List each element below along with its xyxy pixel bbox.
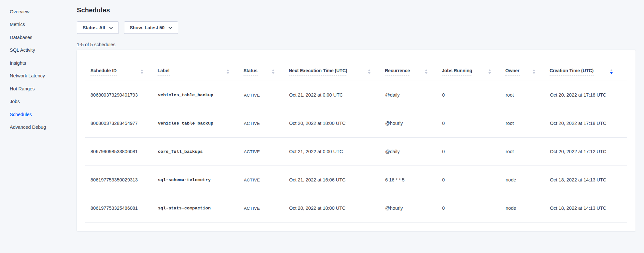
cell-id: 806800373290401793 — [85, 81, 158, 109]
table-row: 806799098533806081core_full_backupsACTIV… — [85, 138, 627, 166]
column-header-next-execution-time-utc[interactable]: Next Execution Time (UTC) — [289, 50, 385, 81]
table-row: 806800373290401793vehicles_table_backupA… — [85, 81, 627, 109]
filter-bar: Status: All Show: Latest 50 — [77, 21, 636, 34]
column-header-status[interactable]: Status — [244, 50, 289, 81]
cell-next-execution: Oct 21, 2022 at 16:06 UTC — [289, 166, 385, 194]
column-header-owner[interactable]: Owner — [505, 50, 550, 81]
cell-id: 806800373283454977 — [85, 109, 158, 138]
cell-id: 806197753325486081 — [85, 194, 158, 222]
column-header-label: Jobs Running — [442, 68, 472, 75]
cell-label: vehicles_table_backup — [158, 81, 244, 109]
sort-icon[interactable] — [488, 69, 491, 74]
table-row: 806197753350029313sql-schema-telemetryAC… — [85, 166, 627, 194]
schedules-table: Schedule IDLabelStatusNext Execution Tim… — [85, 50, 627, 222]
cell-jobs-running: 0 — [442, 166, 505, 194]
chevron-down-icon — [168, 27, 172, 29]
cell-owner: root — [505, 109, 550, 138]
cell-next-execution: Oct 21, 2022 at 0:00 UTC — [289, 138, 385, 166]
cell-creation-time: Oct 20, 2022 at 17:18 UTC — [550, 109, 627, 138]
cell-status: ACTIVE — [244, 109, 289, 138]
column-header-label: Label — [158, 68, 170, 75]
table-row: 806197753325486081sql-stats-compactionAC… — [85, 194, 627, 222]
chevron-down-icon — [109, 27, 113, 29]
sort-icon[interactable] — [227, 69, 229, 74]
page-title: Schedules — [77, 7, 636, 14]
status-filter-dropdown[interactable]: Status: All — [77, 21, 119, 34]
sort-icon[interactable] — [425, 69, 427, 74]
column-header-recurrence[interactable]: Recurrence — [385, 50, 442, 81]
cell-recurrence: 6 16 * * 5 — [385, 166, 442, 194]
table-row: 806800373283454977vehicles_table_backupA… — [85, 109, 627, 138]
results-count: 1-5 of 5 schedules — [77, 42, 636, 47]
sort-icon[interactable] — [610, 69, 613, 74]
cell-creation-time: Oct 20, 2022 at 17:18 UTC — [550, 81, 627, 109]
sidebar: OverviewMetricsDatabasesSQL ActivityInsi… — [0, 0, 61, 253]
column-header-schedule-id[interactable]: Schedule ID — [85, 50, 158, 81]
sort-icon[interactable] — [272, 69, 274, 74]
sidebar-item-overview[interactable]: Overview — [0, 5, 61, 18]
column-header-jobs-running[interactable]: Jobs Running — [442, 50, 505, 81]
cell-next-execution: Oct 20, 2022 at 18:00 UTC — [289, 194, 385, 222]
cell-recurrence: @daily — [385, 138, 442, 166]
cell-recurrence: @daily — [385, 81, 442, 109]
cell-label: sql-stats-compaction — [158, 194, 244, 222]
column-header-creation-time-utc[interactable]: Creation Time (UTC) — [550, 50, 627, 81]
main-content: Schedules Status: All Show: Latest 50 1-… — [61, 0, 644, 253]
cell-id: 806799098533806081 — [85, 138, 158, 166]
cell-owner: root — [505, 138, 550, 166]
cell-next-execution: Oct 21, 2022 at 0:00 UTC — [289, 81, 385, 109]
column-header-label: Recurrence — [385, 68, 410, 75]
cell-status: ACTIVE — [244, 194, 289, 222]
table-header-row: Schedule IDLabelStatusNext Execution Tim… — [85, 50, 627, 81]
sort-icon[interactable] — [368, 69, 371, 74]
cell-recurrence: @hourly — [385, 194, 442, 222]
sidebar-item-databases[interactable]: Databases — [0, 31, 61, 44]
cell-jobs-running: 0 — [442, 138, 505, 166]
sidebar-item-sql-activity[interactable]: SQL Activity — [0, 44, 61, 57]
sidebar-item-hot-ranges[interactable]: Hot Ranges — [0, 82, 61, 95]
cell-recurrence: @hourly — [385, 109, 442, 138]
cell-status: ACTIVE — [244, 138, 289, 166]
cell-jobs-running: 0 — [442, 81, 505, 109]
cell-label: sql-schema-telemetry — [158, 166, 244, 194]
app-window: OverviewMetricsDatabasesSQL ActivityInsi… — [0, 0, 644, 253]
sidebar-item-jobs[interactable]: Jobs — [0, 95, 61, 108]
column-header-label: Owner — [505, 68, 520, 75]
column-header-label: Status — [244, 68, 258, 75]
status-filter-label: Status: All — [83, 25, 105, 30]
column-header-label: Creation Time (UTC) — [550, 68, 594, 75]
cell-status: ACTIVE — [244, 166, 289, 194]
cell-label: core_full_backups — [158, 138, 244, 166]
cell-status: ACTIVE — [244, 81, 289, 109]
cell-creation-time: Oct 18, 2022 at 14:13 UTC — [550, 166, 627, 194]
sort-icon[interactable] — [141, 69, 143, 74]
cell-jobs-running: 0 — [442, 194, 505, 222]
sidebar-item-schedules[interactable]: Schedules — [0, 108, 61, 121]
cell-jobs-running: 0 — [442, 109, 505, 138]
sidebar-item-insights[interactable]: Insights — [0, 57, 61, 70]
cell-owner: root — [505, 81, 550, 109]
column-header-label: Schedule ID — [91, 68, 117, 75]
sidebar-item-network-latency[interactable]: Network Latency — [0, 70, 61, 83]
cell-owner: node — [505, 194, 550, 222]
sidebar-item-advanced-debug[interactable]: Advanced Debug — [0, 121, 61, 134]
cell-next-execution: Oct 20, 2022 at 18:00 UTC — [289, 109, 385, 138]
cell-label: vehicles_table_backup — [158, 109, 244, 138]
show-filter-dropdown[interactable]: Show: Latest 50 — [124, 21, 178, 34]
sidebar-item-metrics[interactable]: Metrics — [0, 18, 61, 31]
cell-creation-time: Oct 18, 2022 at 14:13 UTC — [550, 194, 627, 222]
cell-id: 806197753350029313 — [85, 166, 158, 194]
cell-creation-time: Oct 20, 2022 at 17:12 UTC — [550, 138, 627, 166]
cell-owner: node — [505, 166, 550, 194]
column-header-label: Next Execution Time (UTC) — [289, 68, 347, 75]
column-header-label[interactable]: Label — [158, 50, 244, 81]
sort-icon[interactable] — [533, 69, 535, 74]
show-filter-label: Show: Latest 50 — [130, 25, 165, 30]
schedules-table-card: Schedule IDLabelStatusNext Execution Tim… — [77, 50, 636, 231]
